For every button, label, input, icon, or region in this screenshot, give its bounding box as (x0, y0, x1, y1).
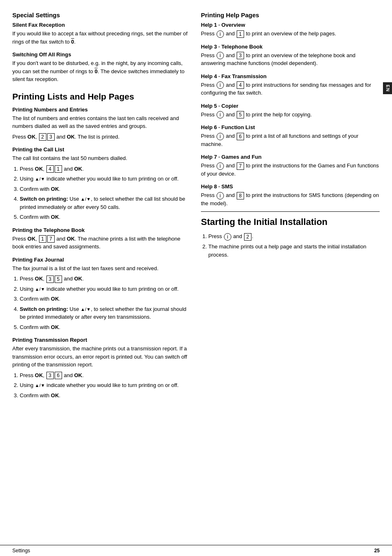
fax-journal-steps: Press OK, 35 and OK. Using ▲/▼ indicate … (20, 275, 191, 331)
transmission-report-step-2: Using ▲/▼ indicate whether you would lik… (20, 381, 191, 389)
help8-text: Press i and 8 to print the instructions … (201, 191, 380, 207)
right-column: Printing Help Pages Help 1 · Overview Pr… (201, 12, 380, 537)
silent-fax-title: Silent Fax Reception (12, 22, 191, 28)
help8-title: Help 8 · SMS (201, 183, 380, 190)
footer-bar: Settings 25 (0, 545, 392, 556)
initial-install-step-2: The machine prints out a help page and s… (208, 243, 380, 259)
printing-lists-section: Printing Lists and Help Pages Printing N… (12, 92, 191, 400)
fax-journal-text: The fax journal is a list of the last te… (12, 264, 191, 273)
help5-text: Press i and 5 to print the help for copy… (201, 111, 380, 119)
help3-title: Help 3 · Telephone Book (201, 44, 380, 50)
call-list-step-3: Confirm with OK. (20, 185, 191, 193)
help4-title: Help 4 · Fax Transmission (201, 73, 380, 79)
printing-numbers-instruction: Press OK, 23 and OK. The list is printed… (12, 133, 191, 141)
silent-fax-text: If you would like to accept a fax withou… (12, 30, 191, 46)
transmission-report-step-3: Confirm with OK. (20, 392, 191, 400)
right-divider (201, 211, 380, 212)
call-list-text: The call list contains the last 50 numbe… (12, 154, 191, 162)
initial-install-steps: Press i and 2. The machine prints out a … (208, 232, 380, 259)
transmission-report-steps: Press OK, 36 and OK. Using ▲/▼ indicate … (20, 371, 191, 400)
transmission-report-text: After every transmission, the machine pr… (12, 345, 191, 369)
help7-text: Press i and 7 to print the instructions … (201, 162, 380, 178)
content-area: Special Settings Silent Fax Reception If… (0, 0, 392, 537)
switching-off-text: If you don't want to be disturbed, e.g. … (12, 59, 191, 83)
help1-title: Help 1 · Overview (201, 22, 380, 28)
call-list-step-2: Using ▲/▼ indicate whether you would lik… (20, 175, 191, 183)
help5-title: Help 5 · Copier (201, 103, 380, 109)
initial-install-title: Starting the Initial Installation (201, 217, 380, 227)
fax-journal-step-4: Switch on printing: Use ▲/▼, to select w… (20, 305, 191, 321)
help6-title: Help 6 · Function List (201, 124, 380, 130)
call-list-step-4: Switch on printing: Use ▲/▼, to select w… (20, 195, 191, 211)
transmission-report-step-1: Press OK, 36 and OK. (20, 371, 191, 380)
fax-journal-title: Printing Fax Journal (12, 257, 191, 263)
transmission-report-title: Printing Transmission Report (12, 337, 191, 343)
special-settings-title: Special Settings (12, 12, 191, 19)
call-list-title: Printing the Call List (12, 146, 191, 153)
initial-install-step-1: Press i and 2. (208, 232, 380, 241)
help1-text: Press i and 1 to print an overview of th… (201, 30, 380, 38)
call-list-step-5: Confirm with OK. (20, 213, 191, 221)
page-container: Special Settings Silent Fax Reception If… (0, 0, 392, 556)
en-tab: EN (383, 82, 392, 94)
help6-text: Press i and 6 to print a list of all fun… (201, 132, 380, 148)
fax-journal-step-1: Press OK, 35 and OK. (20, 275, 191, 283)
help3-text: Press i and 3 to print an overview of th… (201, 51, 380, 67)
printing-numbers-text: The list of numbers and entries contains… (12, 114, 191, 130)
footer-page-number: 25 (374, 548, 380, 554)
printing-lists-title: Printing Lists and Help Pages (12, 92, 191, 102)
help4-text: Press i and 4 to print instructions for … (201, 81, 380, 97)
fax-journal-step-2: Using ▲/▼ indicate whether you would lik… (20, 285, 191, 293)
fax-journal-step-5: Confirm with OK. (20, 323, 191, 331)
fax-journal-step-3: Confirm with OK. (20, 295, 191, 303)
printing-help-title: Printing Help Pages (201, 12, 380, 19)
left-column: Special Settings Silent Fax Reception If… (12, 12, 191, 537)
call-list-steps: Press OK, 41 and OK. Using ▲/▼ indicate … (20, 165, 191, 221)
telephone-book-text: Press OK, 17 and OK. The machine prints … (12, 235, 191, 251)
call-list-step-1: Press OK, 41 and OK. (20, 165, 191, 173)
telephone-book-title: Printing the Telephone Book (12, 227, 191, 233)
printing-numbers-title: Printing Numbers and Entries (12, 107, 191, 113)
switching-off-title: Switching Off All Rings (12, 51, 191, 58)
footer-left-text: Settings (12, 548, 30, 554)
help7-title: Help 7 · Games and Fun (201, 154, 380, 160)
